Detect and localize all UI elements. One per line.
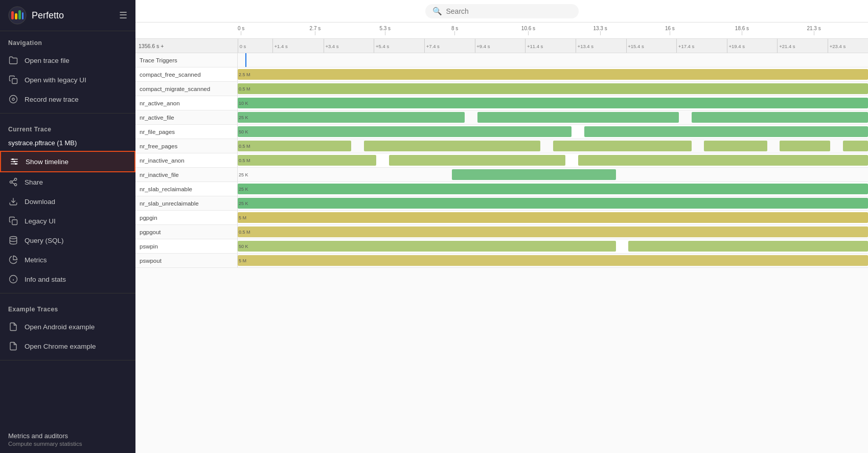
svg-rect-1	[11, 11, 14, 19]
svg-rect-13	[15, 163, 17, 165]
ruler-tick: 2.7 s	[310, 26, 321, 35]
search-icon: 🔍	[432, 7, 442, 16]
info-icon	[8, 274, 18, 284]
file-icon	[8, 322, 18, 332]
bar-segment	[628, 241, 868, 252]
bar-value-label: 0.5 M	[239, 230, 250, 235]
trace-row[interactable]: Trace Triggers	[135, 53, 868, 67]
trace-row[interactable]: nr_inactive_file25 K	[135, 168, 868, 182]
secondary-tick-label: +23.4 s	[830, 43, 846, 49]
svg-point-21	[10, 237, 17, 239]
secondary-tick-line	[272, 39, 273, 53]
bar-value-label: 0.5 M	[239, 158, 250, 163]
sidebar-item-record-trace[interactable]: Record new trace	[0, 89, 135, 109]
app-title: Perfetto	[32, 10, 114, 21]
sidebar-item-info-stats[interactable]: Info and stats	[0, 269, 135, 289]
metrics-auditors-title: Metrics and auditors	[8, 432, 127, 440]
main-content: 🔍 0 s2.7 s5.3 s8 s10.6 s13.3 s16 s18.6 s…	[135, 0, 868, 453]
radio-icon	[8, 94, 18, 104]
ruler-tick: 10.6 s	[521, 26, 535, 35]
row-label: nr_inactive_file	[135, 168, 238, 182]
svg-rect-4	[22, 12, 24, 19]
trace-row[interactable]: pgpgout0.5 M	[135, 225, 868, 239]
current-trace-name: systrace.pftrace (1 MB)	[0, 137, 135, 151]
secondary-tick-label: 0 s	[240, 43, 246, 49]
ruler-tick: 16 s	[665, 26, 675, 35]
bar-value-label: 0.5 M	[239, 86, 250, 92]
sidebar-item-android-example[interactable]: Open Android example	[0, 317, 135, 336]
trace-row[interactable]: nr_free_pages0.5 M	[135, 139, 868, 153]
metrics-auditors-subtitle: Compute summary statistics	[8, 441, 127, 447]
bar-segment	[238, 69, 868, 80]
navigation-title: Navigation	[0, 31, 135, 51]
sidebar-header: Perfetto ☰	[0, 0, 135, 31]
sidebar-item-open-legacy[interactable]: Open with legacy UI	[0, 70, 135, 89]
row-label: nr_inactive_anon	[135, 153, 238, 167]
trace-row[interactable]: pswpout5 M	[135, 254, 868, 268]
bar-segment	[584, 126, 868, 137]
sidebar-item-metrics[interactable]: Metrics	[0, 250, 135, 269]
sidebar-item-query-sql[interactable]: Query (SQL)	[0, 231, 135, 250]
sidebar-item-legacy-ui[interactable]: Legacy UI	[0, 211, 135, 231]
sidebar-item-share[interactable]: Share	[0, 172, 135, 192]
ruler-tick: 18.6 s	[735, 26, 749, 35]
trace-row[interactable]: pgpgin5 M	[135, 211, 868, 225]
sidebar-item-show-timeline[interactable]: Show timeline	[0, 151, 135, 172]
secondary-tick-line	[727, 39, 727, 53]
secondary-tick-label: +7.4 s	[426, 43, 440, 49]
secondary-tick-line	[424, 39, 425, 53]
ruler-tick: 13.3 s	[593, 26, 607, 35]
svg-line-17	[12, 183, 14, 184]
sidebar: Perfetto ☰ Navigation Open trace file Op…	[0, 0, 135, 453]
file-icon	[8, 341, 18, 351]
bar-segment	[704, 141, 767, 151]
ruler-tick: 5.3 s	[379, 26, 391, 35]
svg-rect-20	[12, 220, 17, 225]
secondary-tick-line	[238, 39, 238, 53]
sidebar-item-label: Metrics	[25, 256, 47, 264]
row-label: pgpgout	[135, 225, 238, 239]
bar-segment	[238, 198, 868, 209]
search-input[interactable]	[446, 7, 559, 15]
trace-row[interactable]: compact_migrate_scanned0.5 M	[135, 82, 868, 96]
database-icon	[8, 235, 18, 245]
secondary-tick-line	[324, 39, 324, 53]
secondary-tick-line	[828, 39, 828, 53]
secondary-tick-label: +21.4 s	[779, 43, 795, 49]
share-icon	[8, 177, 18, 187]
row-label: nr_slab_reclaimable	[135, 182, 238, 196]
trace-rows-container[interactable]: 1356.6 s + 0 s+1.4 s+3.4 s+5.4 s+7.4 s+9…	[135, 39, 868, 453]
trace-row[interactable]: nr_active_anon10 K	[135, 96, 868, 110]
trace-row[interactable]: nr_inactive_anon0.5 M	[135, 153, 868, 168]
secondary-tick-line	[475, 39, 475, 53]
ruler-tick: 21.3 s	[807, 26, 820, 35]
trace-row[interactable]: nr_file_pages50 K	[135, 125, 868, 139]
sidebar-item-open-trace[interactable]: Open trace file	[0, 51, 135, 70]
top-ruler-inner: 0 s2.7 s5.3 s8 s10.6 s13.3 s16 s18.6 s21…	[238, 22, 868, 38]
svg-point-6	[10, 96, 17, 103]
search-bar[interactable]: 🔍	[425, 4, 579, 18]
trace-row[interactable]: nr_slab_unreclaimable25 K	[135, 196, 868, 211]
row-label: pswpin	[135, 239, 238, 253]
sidebar-item-label: Show timeline	[26, 158, 68, 166]
sidebar-item-chrome-example[interactable]: Open Chrome example	[0, 336, 135, 356]
trace-row[interactable]: nr_slab_reclaimable25 K	[135, 182, 868, 196]
topbar: 🔍	[135, 0, 868, 22]
trace-row[interactable]: compact_free_scanned2.5 M	[135, 67, 868, 82]
bar-segment	[553, 141, 692, 151]
sidebar-item-download[interactable]: Download	[0, 192, 135, 211]
bar-value-label: 25 K	[239, 201, 248, 206]
trace-row[interactable]: pswpin50 K	[135, 239, 868, 254]
svg-rect-5	[12, 79, 17, 84]
hamburger-icon[interactable]: ☰	[119, 10, 127, 21]
trace-row[interactable]: nr_active_file25 K	[135, 110, 868, 125]
bar-value-label: 25 K	[239, 187, 248, 192]
secondary-tick-line	[626, 39, 627, 53]
cursor-line	[245, 53, 246, 67]
timeline-container: 0 s2.7 s5.3 s8 s10.6 s13.3 s16 s18.6 s21…	[135, 22, 868, 453]
bar-segment	[843, 141, 868, 151]
download-icon	[8, 196, 18, 207]
row-label: pgpgin	[135, 211, 238, 224]
sidebar-item-label: Query (SQL)	[25, 237, 64, 244]
bar-value-label: 50 K	[239, 129, 248, 134]
